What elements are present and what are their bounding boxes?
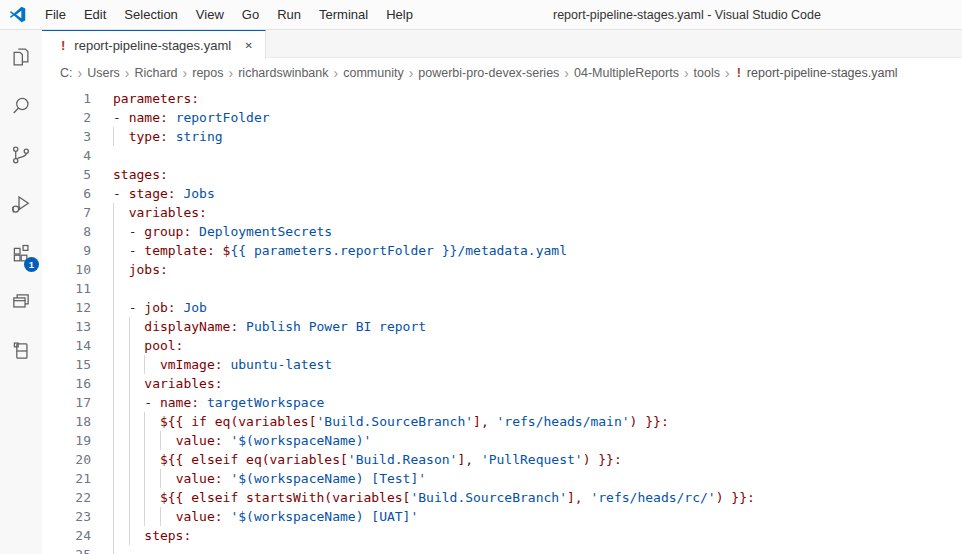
code-line-content[interactable]: - name: reportFolder (113, 108, 270, 127)
code-line-content[interactable]: variables: (113, 203, 207, 222)
menu-terminal[interactable]: Terminal (310, 0, 377, 30)
indent-guide (144, 412, 145, 431)
breadcrumb-item[interactable]: richardswinbank (238, 66, 328, 80)
code-line: 15 vmImage: ubuntu-latest (42, 355, 962, 374)
code-token: steps: (144, 528, 191, 543)
code-token: 'refs/heads/main' (497, 414, 630, 429)
code-line-content[interactable]: displayName: Publish Power BI report (113, 317, 426, 336)
code-token: stages: (113, 167, 168, 182)
vscode-logo-icon (9, 6, 26, 23)
code-line-content[interactable]: ${{ elseif startsWith(variables['Build.S… (113, 488, 755, 507)
code-token: Jobs (183, 186, 214, 201)
line-number: 5 (42, 165, 91, 184)
code-line-content[interactable]: - stage: Jobs (113, 184, 215, 203)
indent-guide (113, 260, 114, 279)
activity-run-and-debug[interactable] (0, 179, 42, 228)
code-line-content[interactable]: parameters: (113, 89, 199, 108)
menu-help[interactable]: Help (377, 0, 422, 30)
line-number: 6 (42, 184, 91, 203)
run-debug-icon (10, 193, 32, 215)
indent-guide (113, 431, 114, 450)
line-number: 17 (42, 393, 91, 412)
menu-selection[interactable]: Selection (115, 0, 186, 30)
breadcrumb-item[interactable]: C: (60, 66, 73, 80)
code-line-content[interactable]: - name: targetWorkspace (113, 393, 324, 412)
tab-bar: ! report-pipeline-stages.yaml ✕ (42, 30, 962, 58)
code-line-content[interactable]: variables: (113, 374, 223, 393)
code-line: 10 jobs: (42, 260, 962, 279)
line-number: 7 (42, 203, 91, 222)
activity-search[interactable] (0, 81, 42, 130)
code-token: '$(workspaceName)' (230, 433, 371, 448)
breadcrumb-item[interactable]: Users (87, 66, 120, 80)
breadcrumb-item[interactable]: powerbi-pro-devex-series (418, 66, 559, 80)
code-line-content[interactable]: vmImage: ubuntu-latest (113, 355, 332, 374)
code-token: - (113, 224, 144, 239)
indent-guide (144, 431, 145, 450)
menu-edit[interactable]: Edit (75, 0, 115, 30)
code-token: reportFolder (176, 110, 270, 125)
code-token: ubuntu-latest (230, 357, 332, 372)
breadcrumb: C:›Users›Richard›repos›richardswinbank›c… (42, 58, 962, 87)
breadcrumb-item[interactable]: repos (192, 66, 223, 80)
code-token (113, 414, 160, 429)
code-line-content[interactable]: stages: (113, 165, 168, 184)
breadcrumb-file[interactable]: report-pipeline-stages.yaml (747, 66, 898, 80)
code-line-content[interactable]: value: '$(workspaceName) [UAT]' (113, 507, 418, 526)
indent-guide (129, 355, 130, 374)
source-control-icon (10, 144, 32, 166)
indent-guide (113, 412, 114, 431)
code-editor[interactable]: 1parameters:2- name: reportFolder3 type:… (42, 87, 962, 554)
menu-view[interactable]: View (187, 0, 233, 30)
code-line-content[interactable]: value: '$(workspaceName) [Test]' (113, 469, 426, 488)
code-token: ], (473, 414, 496, 429)
tab-report-pipeline-stages[interactable]: ! report-pipeline-stages.yaml ✕ (42, 30, 266, 59)
code-token: parameters: (113, 91, 199, 106)
menu-file[interactable]: File (36, 0, 75, 30)
tab-close-icon[interactable]: ✕ (241, 38, 257, 53)
code-token: ], (567, 490, 590, 505)
menu-go[interactable]: Go (233, 0, 268, 30)
menu-run[interactable]: Run (268, 0, 310, 30)
tab-problem-indicator: ! (61, 38, 65, 53)
breadcrumb-item[interactable]: community (343, 66, 403, 80)
activity-source-control[interactable] (0, 130, 42, 179)
breadcrumb-item[interactable]: 04-MultipleReports (574, 66, 679, 80)
activity-explorer[interactable] (0, 32, 42, 81)
chevron-right-icon: › (229, 67, 234, 79)
extensions-badge: 1 (24, 257, 39, 272)
code-line-content[interactable]: value: '$(workspaceName)' (113, 431, 371, 450)
code-line: 14 pool: (42, 336, 962, 355)
indent-guide (129, 526, 130, 545)
breadcrumb-item[interactable]: tools (694, 66, 720, 80)
indent-guide (129, 393, 130, 412)
code-line-content[interactable]: steps: (113, 526, 191, 545)
code-line: 1parameters: (42, 89, 962, 108)
chevron-right-icon: › (409, 67, 414, 79)
code-token: Publish Power BI report (246, 319, 426, 334)
code-token: string (176, 129, 223, 144)
code-token (113, 262, 129, 277)
code-line-content[interactable]: type: string (113, 127, 223, 146)
code-token: value: (176, 509, 231, 524)
code-token: - (113, 300, 144, 315)
indent-guide (144, 507, 145, 526)
activity-remote-explorer[interactable] (0, 326, 42, 375)
code-line-content[interactable]: - template: ${{ parameters.reportFolder … (113, 241, 567, 260)
code-line-content[interactable]: pool: (113, 336, 183, 355)
code-line-content[interactable]: - group: DeploymentSecrets (113, 222, 332, 241)
code-token: 'Build.Reason' (348, 452, 458, 467)
code-line-content[interactable]: ${{ elseif eq(variables['Build.Reason'],… (113, 450, 622, 469)
indent-guide (113, 203, 114, 222)
indent-guide (113, 545, 114, 554)
code-line-content[interactable]: jobs: (113, 260, 168, 279)
code-line-content[interactable]: ${{ if eq(variables['Build.SourceBranch'… (113, 412, 669, 431)
code-token: type: (129, 129, 176, 144)
menu-bar: FileEditSelectionViewGoRunTerminalHelp (36, 0, 422, 29)
breadcrumb-item[interactable]: Richard (135, 66, 178, 80)
activity-editor-windows[interactable] (0, 277, 42, 326)
code-token: job: (144, 300, 183, 315)
line-number: 9 (42, 241, 91, 260)
activity-extensions[interactable]: 1 (0, 228, 42, 277)
code-line-content[interactable]: - job: Job (113, 298, 207, 317)
